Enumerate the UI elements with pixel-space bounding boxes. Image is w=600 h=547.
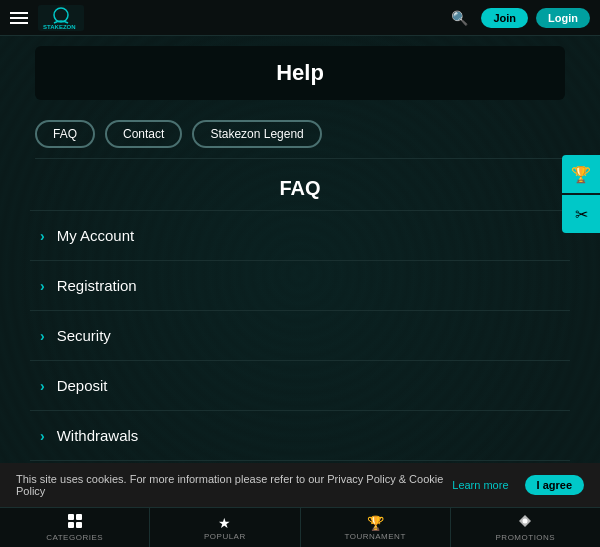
bottom-nav-categories[interactable]: CATEGORIES [0,508,150,547]
help-header: Help [35,46,565,100]
bottom-nav-promotions-label: PROMOTIONS [496,533,556,542]
chevron-right-icon: › [40,428,45,444]
svg-rect-5 [68,522,74,528]
popular-icon: ★ [218,515,231,531]
bottom-nav-tournament-label: TOURNAMENT [344,532,405,541]
promotions-icon [517,513,533,532]
navbar-left: STAKEZON [10,5,84,31]
svg-rect-6 [76,522,82,528]
chevron-right-icon: › [40,328,45,344]
faq-item-label: My Account [57,227,135,244]
navbar-right: 🔍 Join Login [446,8,590,28]
faq-item-withdrawals[interactable]: › Withdrawals [30,411,570,461]
trophy-icon: 🏆 [571,165,591,184]
trophy-float-button[interactable]: 🏆 [562,155,600,193]
faq-item-my-account[interactable]: › My Account [30,210,570,261]
login-button[interactable]: Login [536,8,590,28]
bottom-nav-popular[interactable]: ★ POPULAR [150,508,300,547]
hamburger-menu[interactable] [10,12,28,24]
faq-item-label: Withdrawals [57,427,139,444]
tab-stakezon-legend[interactable]: Stakezon Legend [192,120,321,148]
tab-faq[interactable]: FAQ [35,120,95,148]
chevron-right-icon: › [40,228,45,244]
bottom-nav-popular-label: POPULAR [204,532,246,541]
bottom-nav: CATEGORIES ★ POPULAR 🏆 TOURNAMENT PROMOT… [0,507,600,547]
cookie-text: This site uses cookies. For more informa… [16,473,446,497]
scissors-icon: ✂ [575,205,588,224]
tools-float-button[interactable]: ✂ [562,195,600,233]
faq-item-registration[interactable]: › Registration [30,261,570,311]
faq-section-title: FAQ [0,159,600,210]
bottom-nav-promotions[interactable]: PROMOTIONS [451,508,600,547]
faq-item-security[interactable]: › Security [30,311,570,361]
bottom-nav-tournament[interactable]: 🏆 TOURNAMENT [301,508,451,547]
svg-rect-4 [76,514,82,520]
svg-text:STAKEZON: STAKEZON [43,24,76,30]
categories-icon [67,513,83,532]
faq-item-label: Registration [57,277,137,294]
page-title: Help [49,60,551,86]
tab-buttons: FAQ Contact Stakezon Legend [0,110,600,158]
faq-item-label: Security [57,327,111,344]
join-button[interactable]: Join [481,8,528,28]
sidebar-float-buttons: 🏆 ✂ [562,155,600,233]
chevron-right-icon: › [40,278,45,294]
bottom-nav-categories-label: CATEGORIES [46,533,103,542]
chevron-right-icon: › [40,378,45,394]
logo[interactable]: STAKEZON [38,5,84,31]
navbar: STAKEZON 🔍 Join Login [0,0,600,36]
tournament-icon: 🏆 [367,515,384,531]
faq-item-label: Deposit [57,377,108,394]
svg-rect-3 [68,514,74,520]
cookie-agree-button[interactable]: I agree [525,475,584,495]
faq-item-deposit[interactable]: › Deposit [30,361,570,411]
svg-point-7 [523,519,528,524]
cookie-banner: This site uses cookies. For more informa… [0,463,600,507]
tab-contact[interactable]: Contact [105,120,182,148]
cookie-learn-more-link[interactable]: Learn more [452,479,508,491]
search-button[interactable]: 🔍 [446,8,473,28]
faq-items: › My Account › Registration › Security ›… [0,210,600,461]
main-content: Help FAQ Contact Stakezon Legend FAQ › M… [0,46,600,461]
